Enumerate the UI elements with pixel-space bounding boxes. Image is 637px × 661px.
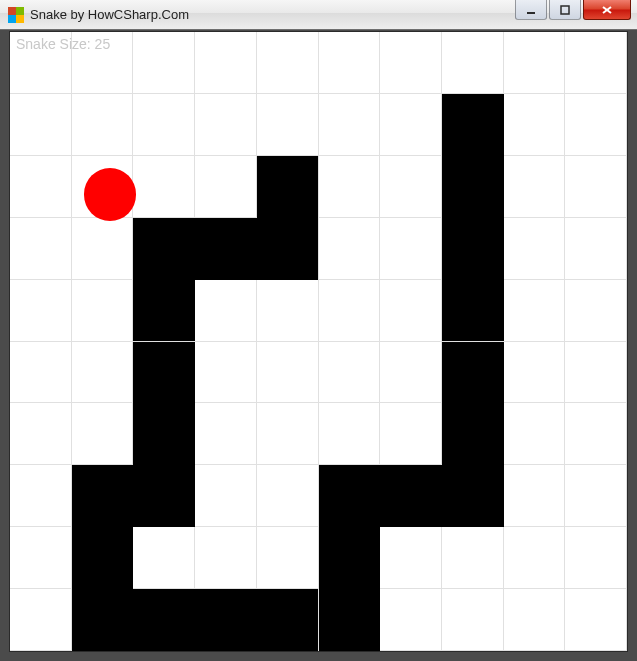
titlebar[interactable]: Snake by HowCSharp.Com — [0, 0, 637, 30]
grid-cell — [257, 527, 319, 589]
snake-size-prefix: Snake Size: — [16, 36, 95, 52]
grid-cell — [319, 94, 381, 156]
grid-cell — [504, 589, 566, 651]
snake-segment — [133, 403, 195, 465]
game-client[interactable]: Snake Size: 25 — [9, 31, 628, 652]
grid-cell — [504, 280, 566, 342]
window-controls — [515, 0, 631, 20]
snake-segment — [442, 403, 504, 465]
grid-cell — [380, 527, 442, 589]
grid-cell — [565, 589, 627, 651]
grid-cell — [380, 156, 442, 218]
svg-rect-0 — [527, 12, 535, 14]
grid-cell — [195, 94, 257, 156]
grid-cell — [565, 280, 627, 342]
grid-cell — [565, 342, 627, 404]
grid-cell — [565, 465, 627, 527]
snake-segment — [380, 465, 442, 527]
snake-segment — [195, 589, 257, 651]
maximize-icon — [560, 5, 570, 15]
snake-segment — [319, 527, 381, 589]
grid-cell — [10, 342, 72, 404]
snake-segment — [442, 218, 504, 280]
grid-cell — [380, 32, 442, 94]
close-button[interactable] — [583, 0, 631, 20]
snake-segment — [133, 280, 195, 342]
grid-cell — [504, 403, 566, 465]
grid-cell — [504, 156, 566, 218]
grid-cell — [10, 218, 72, 280]
grid-cell — [10, 465, 72, 527]
minimize-icon — [526, 5, 536, 15]
grid-cell — [565, 403, 627, 465]
grid-cell — [565, 527, 627, 589]
snake-segment — [257, 589, 319, 651]
grid-cell — [319, 342, 381, 404]
snake-segment — [257, 218, 319, 280]
grid-cell — [72, 218, 134, 280]
grid-cell — [195, 527, 257, 589]
grid-cell — [133, 94, 195, 156]
grid-cell — [133, 527, 195, 589]
close-icon — [601, 5, 613, 15]
apple — [84, 168, 136, 220]
maximize-button[interactable] — [549, 0, 581, 20]
snake-segment — [319, 465, 381, 527]
grid-cell — [504, 32, 566, 94]
grid-cell — [504, 218, 566, 280]
snake-segment — [442, 280, 504, 342]
grid-cell — [565, 94, 627, 156]
snake-segment — [442, 94, 504, 156]
grid-cell — [565, 156, 627, 218]
grid-cell — [380, 218, 442, 280]
snake-segment — [442, 156, 504, 218]
grid-cell — [257, 94, 319, 156]
grid-cell — [133, 32, 195, 94]
snake-segment — [257, 156, 319, 218]
grid-cell — [504, 342, 566, 404]
minimize-button[interactable] — [515, 0, 547, 20]
snake-segment — [319, 589, 381, 651]
grid-cell — [72, 403, 134, 465]
app-window: Snake by HowCSharp.Com Snake Size: 25 — [0, 0, 637, 661]
grid-cell — [133, 156, 195, 218]
grid-cell — [72, 342, 134, 404]
grid-cell — [10, 156, 72, 218]
snake-size-value: 25 — [95, 36, 111, 52]
grid-cell — [319, 280, 381, 342]
grid-cell — [565, 218, 627, 280]
grid-cell — [380, 94, 442, 156]
grid-cell — [319, 218, 381, 280]
grid-cell — [380, 403, 442, 465]
grid-cell — [72, 280, 134, 342]
grid-cell — [504, 465, 566, 527]
grid-cell — [10, 280, 72, 342]
snake-segment — [72, 465, 134, 527]
grid-cell — [10, 527, 72, 589]
grid-cell — [380, 589, 442, 651]
grid-cell — [195, 32, 257, 94]
snake-segment — [133, 218, 195, 280]
snake-size-label: Snake Size: 25 — [16, 36, 110, 52]
grid-cell — [257, 280, 319, 342]
grid-cell — [504, 527, 566, 589]
grid-cell — [565, 32, 627, 94]
grid-cell — [195, 403, 257, 465]
grid-cell — [442, 32, 504, 94]
grid-cell — [257, 342, 319, 404]
snake-segment — [72, 527, 134, 589]
snake-segment — [133, 342, 195, 404]
grid-cell — [442, 527, 504, 589]
snake-segment — [133, 589, 195, 651]
grid-cell — [319, 32, 381, 94]
grid-cell — [319, 156, 381, 218]
snake-segment — [442, 342, 504, 404]
grid-cell — [10, 589, 72, 651]
grid-cell — [442, 589, 504, 651]
grid-cell — [257, 403, 319, 465]
svg-rect-1 — [561, 6, 569, 14]
grid-cell — [195, 280, 257, 342]
grid-cell — [504, 94, 566, 156]
app-icon — [8, 7, 24, 23]
grid-cell — [10, 403, 72, 465]
